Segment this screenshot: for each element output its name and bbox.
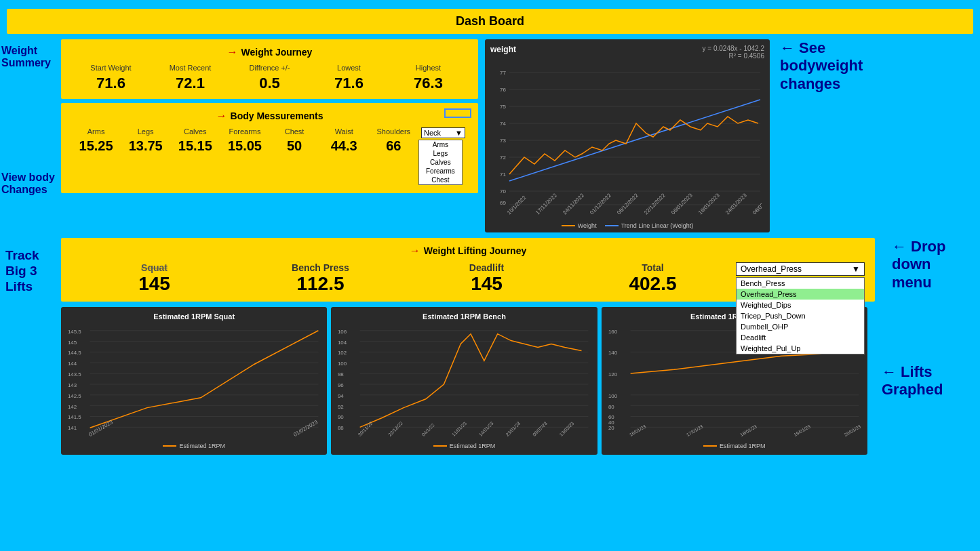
dropdown-option-chest[interactable]: Chest [419,176,462,184]
svg-text:01/12/2022: 01/12/2022 [589,192,612,216]
weight-chart-formula-area: y = 0.0248x - 1042.2 R² = 0.4506 [703,45,764,60]
squat-graph-title: Estimated 1RPM Squat [66,312,321,321]
legend-weight: Weight [562,222,597,229]
weight-chart-legend: Weight Trend Line Linear (Weight) [490,222,764,229]
total-value: 402.5 [570,273,736,295]
neck-dropdown-list[interactable]: Arms Legs Calves Forearms Chest [418,140,463,185]
svg-text:20/01/23: 20/01/23 [843,424,861,437]
dashboard-title: Dash Board [456,14,524,28]
svg-text:08/12/2022: 08/12/2022 [616,192,640,216]
neck-dropdown-select[interactable]: Neck ▼ [421,127,465,138]
svg-text:140: 140 [608,350,618,356]
squat-graph-legend: Estimated 1RPM [66,443,321,449]
svg-text:10/1/2022: 10/1/2022 [506,194,528,216]
arms-label: Arms [71,127,121,136]
weight-chart-area: weight y = 0.0248x - 1042.2 R² = 0.4506 … [485,39,973,232]
dropdown-overhead-press[interactable]: Overhead_Press [737,289,864,300]
overhead-press-dropdown-header[interactable]: Overhead_Press ▼ [736,262,865,276]
difference-label: Diffrence +/- [230,64,309,72]
dropdown-tricep-push-down[interactable]: Tricep_Push_Down [737,310,864,321]
waist-label: Waist [319,127,369,136]
svg-text:145: 145 [68,340,77,346]
svg-text:90: 90 [338,414,344,420]
start-weight-value: 71.6 [71,75,151,92]
svg-text:80: 80 [608,404,614,410]
page-container: Dash Board WeightSummery View bodyChange… [0,0,980,458]
svg-text:09/07/23: 09/07/23 [532,421,548,437]
neck-dropdown-selected: Neck [424,129,441,137]
weight-journey-panel: → Weight Journey Start Weight 71.6 Most … [61,39,478,99]
dashboard-header: Dash Board [7,9,973,34]
dropdown-option-arms[interactable]: Arms [419,140,462,149]
dropdown-weighted-dips[interactable]: Weighted_Dips [737,300,864,310]
left-top-panels: → Weight Journey Start Weight 71.6 Most … [61,39,478,232]
most-recent-label: Most Recent [151,64,230,72]
svg-text:104: 104 [338,340,347,346]
svg-text:13/03/23: 13/03/23 [559,421,575,437]
lifting-title-row: → Weight Lifting Journey [71,245,865,257]
dropdown-weighted-pul-up[interactable]: Weighted_Pul_Up [737,343,864,354]
measure-forearms: Forearms 15.05 [220,127,269,154]
svg-text:74: 74 [500,121,506,127]
svg-text:96: 96 [338,382,344,388]
svg-text:23/01/23: 23/01/23 [505,421,522,437]
body-measurements-title: Body Messurements [231,110,324,121]
deadlift-graph-legend: Estimated 1RPM [607,443,862,449]
dropdown-deadlift[interactable]: Deadlift [737,332,864,343]
chest-label: Chest [270,127,319,136]
dropdown-option-forearms[interactable]: Forearms [419,167,462,176]
weight-journey-title: Weight Journey [241,47,313,58]
stat-highest: Highest 76.3 [389,64,468,92]
dropdown-bench-press[interactable]: Bench_Press [737,278,864,289]
highest-label: Highest [389,64,468,72]
svg-text:143.5: 143.5 [68,371,81,377]
weight-journey-arrow: → [227,46,238,58]
shoulders-value: 66 [369,138,418,154]
dropdown-option-legs[interactable]: Legs [419,149,462,158]
weight-chart-svg: 77 76 75 74 73 72 71 70 69 [490,62,762,218]
stat-start-weight: Start Weight 71.6 [71,64,151,92]
legend-trend: Trend Line Linear (Weight) [605,222,694,229]
svg-text:24/11/2022: 24/11/2022 [562,192,585,216]
difference-value: 0.5 [230,75,309,92]
svg-text:144.5: 144.5 [68,350,81,356]
dropdown-option-calves[interactable]: Calves [419,158,462,167]
svg-text:18/01/23: 18/01/23 [739,424,758,437]
overhead-press-dropdown-col[interactable]: Overhead_Press ▼ Bench_Press Overhead_Pr… [736,262,865,276]
calves-value: 15.15 [170,138,220,154]
bench-legend-line [433,445,447,447]
svg-text:01/01/2023: 01/01/2023 [87,419,114,438]
svg-text:100: 100 [608,393,618,399]
svg-text:14/01/23: 14/01/23 [478,421,494,437]
weight-journey-stats: Start Weight 71.6 Most Recent 72.1 Diffr… [71,64,468,92]
total-label: Total [570,262,736,273]
weight-summery-label: WeightSummery [1,45,59,69]
dropdown-dumbell-ohp[interactable]: Dumbell_OHP [737,321,864,332]
lifting-title: Weight Lifting Journey [424,245,526,256]
start-weight-label: Start Weight [71,64,151,72]
calves-label: Calves [170,127,220,136]
svg-text:19/01/23: 19/01/23 [793,424,811,437]
svg-text:88: 88 [338,425,344,431]
shoulders-label: Shoulders [369,127,418,136]
weight-chart-r2: R² = 0.4506 [703,52,764,60]
bench-chart-svg: 106 104 102 100 98 96 94 92 90 88 [336,323,591,438]
highest-value: 76.3 [389,75,468,92]
measure-chest: Chest 50 [270,127,319,154]
neck-dropdown-col[interactable]: Neck ▼ Arms Legs Calves Forearms Chest — [418,127,468,186]
bench-value: 112.5 [237,273,404,295]
svg-text:144: 144 [68,361,77,367]
overhead-press-dropdown-list[interactable]: Bench_Press Overhead_Press Weighted_Dips… [736,277,865,354]
body-measurements-title-row: → Body Messurements [71,110,468,122]
stat-difference: Diffrence +/- 0.5 [230,64,309,92]
svg-text:141.5: 141.5 [68,414,81,420]
lifting-section-wrapper: TrackBig 3Lifts → Weight Lifting Journey… [61,238,973,302]
svg-text:06/01/2023: 06/01/2023 [670,192,694,216]
lowest-value: 71.6 [309,75,389,92]
measure-arms: Arms 15.25 [71,127,121,154]
bench-graph-container: Estimated 1RPM Bench 106 104 102 100 98 … [331,307,597,455]
stat-lowest: Lowest 71.6 [309,64,389,92]
bench-graph-title: Estimated 1RPM Bench [336,312,591,321]
top-section: WeightSummery View bodyChanges → Weight … [61,39,973,232]
body-measurements-stats: Arms 15.25 Legs 13.75 Calves 15.15 Forea… [71,127,468,186]
